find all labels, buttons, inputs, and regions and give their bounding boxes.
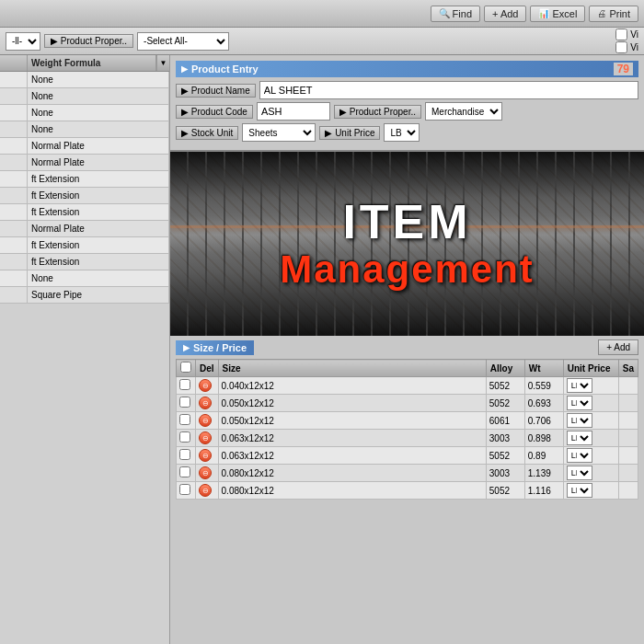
table-row[interactable]: Normal Plate	[0, 221, 169, 237]
product-proper-filter-button[interactable]: ▶ Product Proper..	[44, 34, 133, 48]
delete-row-button[interactable]: ⊖	[199, 449, 212, 462]
sp-row-checkbox[interactable]	[179, 449, 190, 460]
table-row[interactable]: ft Extension	[0, 204, 169, 221]
all-filter-select[interactable]: -ll-	[6, 32, 40, 51]
table-row[interactable]: ft Extension	[0, 171, 169, 188]
size-price-title: ▶ Size / Price	[176, 340, 254, 355]
select-all-filter[interactable]: -Select All-	[137, 32, 229, 51]
table-row[interactable]: ft Extension	[0, 237, 169, 254]
sp-row-unit-price[interactable]: LB	[563, 482, 618, 500]
sp-row-check[interactable]	[177, 395, 196, 412]
sp-row-size: 0.063x12x12	[218, 447, 486, 465]
size-price-table: Del Size Alloy Wt Unit Price Sa ⊖ 0.040x…	[176, 359, 638, 500]
unit-price-row-select[interactable]: LB	[567, 466, 592, 480]
find-button[interactable]: 🔍 Find	[431, 6, 480, 22]
sp-row-del[interactable]: ⊖	[196, 482, 219, 500]
sp-row-alloy: 5052	[486, 482, 524, 500]
sp-row-alloy: 5052	[486, 395, 524, 412]
sp-row-del[interactable]: ⊖	[196, 412, 219, 430]
sp-row-unit-price[interactable]: LB	[563, 430, 618, 447]
sp-row-unit-price[interactable]: LB	[563, 395, 618, 412]
sp-row-sa	[618, 447, 638, 465]
unit-price-row-select[interactable]: LB	[567, 431, 592, 445]
unit-price-row-select[interactable]: LB	[567, 448, 592, 463]
sp-row-unit-price[interactable]: LB	[563, 377, 618, 395]
table-row[interactable]: None	[0, 72, 169, 88]
unit-price-row-select[interactable]: LB	[567, 396, 592, 410]
sp-row-del[interactable]: ⊖	[196, 447, 219, 465]
sp-row-check[interactable]	[177, 447, 196, 465]
sp-row-check[interactable]	[177, 465, 196, 482]
add-button[interactable]: + Add	[484, 6, 526, 22]
table-row[interactable]: Normal Plate	[0, 138, 169, 155]
sp-row-check[interactable]	[177, 412, 196, 430]
stock-unit-select[interactable]: Sheets	[242, 123, 316, 142]
table-row[interactable]: None	[0, 270, 169, 287]
unit-price-row-select[interactable]: LB	[567, 413, 592, 428]
sp-select-all-checkbox[interactable]	[180, 362, 191, 373]
sp-row-checkbox[interactable]	[179, 397, 190, 408]
left-col2-header: Weight Formula	[28, 55, 156, 71]
table-row: ⊖ 0.040x12x12 5052 0.559 LB	[177, 377, 638, 395]
sp-row-checkbox[interactable]	[179, 484, 190, 495]
product-proper-select[interactable]: Merchandise	[425, 102, 502, 121]
sp-row-check[interactable]	[177, 482, 196, 500]
sp-row-checkbox[interactable]	[179, 414, 190, 425]
sp-row-del[interactable]: ⊖	[196, 430, 219, 447]
unit-price-select[interactable]: LB	[384, 123, 420, 142]
sp-row-wt: 0.706	[524, 412, 563, 430]
sp-row-unit-price[interactable]: LB	[563, 447, 618, 465]
sp-col-del: Del	[196, 360, 219, 377]
unit-price-row-select[interactable]: LB	[567, 378, 592, 393]
product-name-input[interactable]	[259, 81, 638, 99]
delete-row-button[interactable]: ⊖	[199, 379, 212, 392]
sp-row-del[interactable]: ⊖	[196, 395, 219, 412]
table-row[interactable]: None	[0, 88, 169, 105]
table-row[interactable]: ft Extension	[0, 254, 169, 270]
sp-row-checkbox[interactable]	[179, 379, 190, 390]
sp-row-wt: 1.139	[524, 465, 563, 482]
product-name-row: ▶ Product Name	[176, 81, 638, 99]
table-row[interactable]: Square Pipe	[0, 287, 169, 304]
product-entry-header: ▶ Product Entry 79	[176, 61, 638, 77]
sp-row-size: 0.040x12x12	[218, 377, 486, 395]
find-icon: 🔍	[439, 8, 450, 18]
print-button[interactable]: 🖨 Print	[589, 6, 638, 22]
sp-col-wt: Wt	[524, 360, 563, 377]
sp-row-unit-price[interactable]: LB	[563, 465, 618, 482]
unit-price-label: ▶ Unit Price	[319, 126, 380, 140]
sp-row-check[interactable]	[177, 430, 196, 447]
delete-row-button[interactable]: ⊖	[199, 414, 212, 427]
delete-row-button[interactable]: ⊖	[199, 431, 212, 444]
table-row[interactable]: ft Extension	[0, 188, 169, 204]
view-checkbox-1[interactable]: Vi	[615, 29, 638, 40]
excel-button[interactable]: 📊 Excel	[530, 6, 585, 22]
table-row[interactable]: None	[0, 121, 169, 138]
left-scroll-button[interactable]: ▼	[156, 55, 169, 71]
table-row[interactable]: Normal Plate	[0, 155, 169, 171]
left-panel: Weight Formula ▼ None None None None	[0, 55, 170, 644]
delete-row-button[interactable]: ⊖	[199, 484, 212, 497]
product-code-input[interactable]	[257, 102, 330, 121]
sp-row-sa	[618, 465, 638, 482]
filter-row: -ll- ▶ Product Proper.. -Select All- Vi …	[0, 28, 644, 55]
delete-row-button[interactable]: ⊖	[199, 466, 212, 479]
table-row: ⊖ 0.080x12x12 3003 1.139 LB	[177, 465, 638, 482]
table-row[interactable]: None	[0, 105, 169, 121]
sp-row-check[interactable]	[177, 377, 196, 395]
sp-row-checkbox[interactable]	[179, 466, 190, 477]
sp-row-wt: 0.89	[524, 447, 563, 465]
table-row: ⊖ 0.063x12x12 3003 0.898 LB	[177, 430, 638, 447]
sp-row-del[interactable]: ⊖	[196, 465, 219, 482]
excel-icon: 📊	[538, 8, 549, 18]
unit-price-row-select[interactable]: LB	[567, 483, 592, 498]
view-checkbox-2[interactable]: Vi	[615, 41, 638, 53]
sp-row-checkbox[interactable]	[179, 431, 190, 443]
size-price-add-button[interactable]: + Add	[598, 339, 638, 355]
sp-row-unit-price[interactable]: LB	[563, 412, 618, 430]
sp-row-del[interactable]: ⊖	[196, 377, 219, 395]
delete-row-button[interactable]: ⊖	[199, 397, 212, 409]
sp-row-wt: 0.559	[524, 377, 563, 395]
sp-row-sa	[618, 412, 638, 430]
item-title: ITEM	[280, 196, 535, 248]
